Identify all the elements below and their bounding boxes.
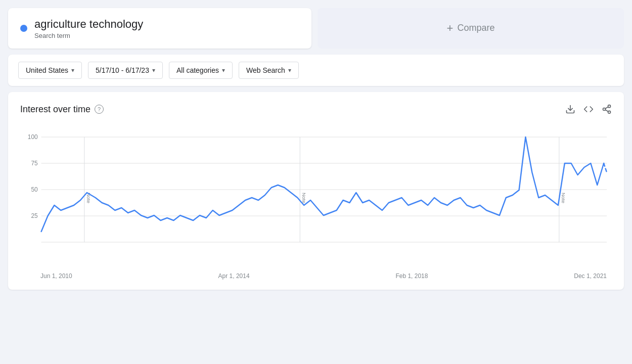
svg-text:25: 25 [31, 212, 38, 219]
chart-actions [565, 104, 612, 114]
search-term-card: agriculture technology Search term [8, 8, 311, 49]
search-type-filter[interactable]: Web Search ▾ [239, 62, 299, 79]
term-name: agriculture technology [34, 17, 143, 32]
chart-card: Interest over time ? [8, 92, 624, 290]
category-chevron-icon: ▾ [222, 67, 225, 74]
svg-text:100: 100 [28, 133, 38, 141]
filter-row: United States ▾ 5/17/10 - 6/17/23 ▾ All … [8, 55, 624, 86]
term-label: Search term [34, 32, 143, 39]
chart-title-row: Interest over time ? [20, 104, 104, 115]
search-type-label: Web Search [246, 66, 285, 74]
compare-label: Compare [457, 23, 494, 33]
top-row: agriculture technology Search term + Com… [8, 8, 624, 49]
x-axis-labels: Jun 1, 2010 Apr 1, 2014 Feb 1, 2018 Dec … [20, 270, 612, 280]
compare-card[interactable]: + Compare [318, 8, 624, 49]
share-icon[interactable] [602, 104, 612, 114]
term-color-dot [20, 25, 27, 32]
svg-text:50: 50 [31, 186, 38, 193]
page-wrapper: agriculture technology Search term + Com… [0, 0, 632, 298]
x-label-4: Dec 1, 2021 [574, 272, 607, 280]
interest-chart: 100 75 50 25 Note Note Note [20, 127, 612, 268]
region-label: United States [26, 66, 68, 74]
svg-line-4 [605, 110, 608, 111]
date-label: 5/17/10 - 6/17/23 [96, 66, 149, 74]
x-label-3: Feb 1, 2018 [395, 272, 428, 280]
chart-header: Interest over time ? [20, 104, 612, 115]
download-icon[interactable] [565, 104, 575, 114]
term-info: agriculture technology Search term [34, 17, 143, 39]
embed-code-icon[interactable] [583, 104, 594, 114]
chart-title: Interest over time [20, 104, 91, 115]
x-label-2: Apr 1, 2014 [218, 272, 250, 280]
region-chevron-icon: ▾ [71, 67, 74, 74]
date-chevron-icon: ▾ [152, 67, 155, 74]
help-icon[interactable]: ? [95, 105, 104, 114]
x-label-1: Jun 1, 2010 [40, 272, 72, 280]
region-filter[interactable]: United States ▾ [18, 62, 82, 79]
svg-text:Note: Note [561, 193, 566, 204]
svg-text:Note: Note [301, 193, 307, 204]
category-label: All categories [176, 66, 219, 74]
chart-area: 100 75 50 25 Note Note Note [20, 127, 612, 280]
category-filter[interactable]: All categories ▾ [169, 62, 233, 79]
compare-plus-icon: + [447, 22, 454, 35]
svg-text:75: 75 [31, 160, 38, 167]
trend-line-dashed [604, 163, 607, 172]
search-type-chevron-icon: ▾ [288, 67, 291, 74]
svg-line-5 [605, 107, 608, 109]
date-filter[interactable]: 5/17/10 - 6/17/23 ▾ [88, 62, 163, 79]
trend-line [41, 137, 604, 232]
